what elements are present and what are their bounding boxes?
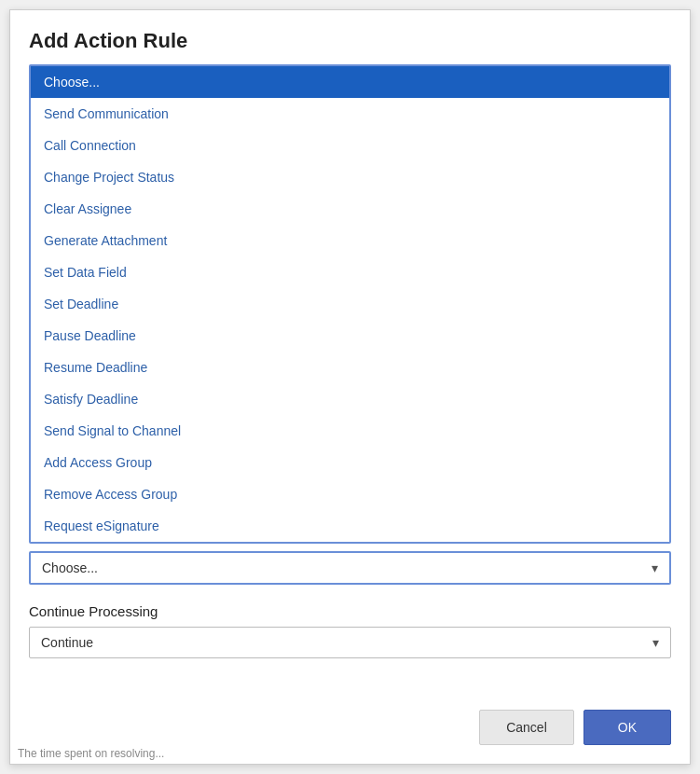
continue-processing-selected-text: Continue bbox=[41, 635, 652, 650]
dropdown-option-add-access-group[interactable]: Add Access Group bbox=[31, 447, 669, 478]
dropdown-option-set-data-field[interactable]: Set Data Field bbox=[31, 256, 669, 288]
dialog-title: Add Action Rule bbox=[29, 29, 671, 53]
dropdown-list[interactable]: Choose... Send Communication Call Connec… bbox=[31, 66, 669, 542]
dropdown-option-remove-access-group[interactable]: Remove Access Group bbox=[31, 478, 669, 510]
dropdown-option-send-communication[interactable]: Send Communication bbox=[31, 98, 669, 130]
continue-processing-chevron-down-icon: ▾ bbox=[652, 635, 659, 650]
add-action-rule-dialog: Add Action Rule Choose... Send Communica… bbox=[9, 9, 691, 765]
dropdown-option-change-project-status[interactable]: Change Project Status bbox=[31, 161, 669, 193]
dropdown-option-satisfy-deadline[interactable]: Satisfy Deadline bbox=[31, 383, 669, 415]
action-subtype-chevron-down-icon: ▾ bbox=[652, 560, 658, 575]
action-subtype-dropdown[interactable]: Choose... ▾ bbox=[29, 551, 671, 585]
dropdown-option-choose[interactable]: Choose... bbox=[31, 66, 669, 98]
cancel-button[interactable]: Cancel bbox=[479, 710, 574, 745]
dropdown-option-generate-attachment[interactable]: Generate Attachment bbox=[31, 225, 669, 256]
action-type-dropdown-container[interactable]: Choose... Send Communication Call Connec… bbox=[29, 64, 671, 544]
dropdown-option-set-deadline[interactable]: Set Deadline bbox=[31, 288, 669, 320]
dropdown-option-request-esignature[interactable]: Request eSignature bbox=[31, 510, 669, 542]
dialog-footer: Cancel OK bbox=[479, 710, 671, 745]
dropdown-option-resume-deadline[interactable]: Resume Deadline bbox=[31, 352, 669, 383]
dropdown-option-call-connection[interactable]: Call Connection bbox=[31, 130, 669, 161]
continue-processing-label: Continue Processing bbox=[29, 603, 671, 619]
action-subtype-selected-text: Choose... bbox=[42, 560, 652, 575]
bottom-hint-text: The time spent on resolving... bbox=[10, 743, 172, 764]
ok-button[interactable]: OK bbox=[583, 710, 671, 745]
dropdown-option-send-signal-to-channel[interactable]: Send Signal to Channel bbox=[31, 415, 669, 447]
dropdown-option-pause-deadline[interactable]: Pause Deadline bbox=[31, 320, 669, 352]
continue-processing-dropdown[interactable]: Continue ▾ bbox=[29, 627, 671, 658]
dropdown-option-clear-assignee[interactable]: Clear Assignee bbox=[31, 193, 669, 225]
